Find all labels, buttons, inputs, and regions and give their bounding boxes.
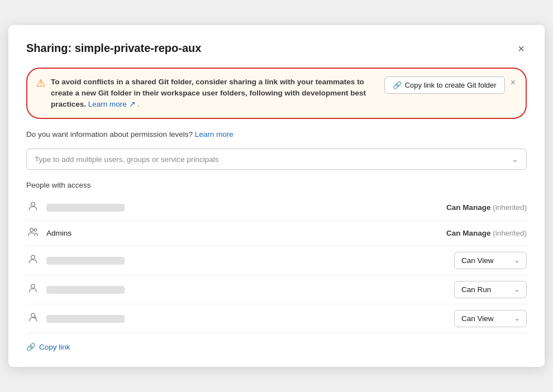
chevron-down-icon: ⌄ [514, 286, 519, 293]
footer: 🔗 Copy link [26, 342, 527, 351]
copy-git-folder-button[interactable]: 🔗 Copy link to create Git folder [384, 77, 505, 94]
people-list: Can Manage (inherited) Admins [26, 195, 527, 333]
warning-banner: ⚠ To avoid conflicts in a shared Git fol… [26, 68, 527, 119]
person-link-icon [26, 312, 40, 326]
permission-dropdown[interactable]: Can View ⌄ [454, 310, 527, 327]
modal-header: Sharing: simple-private-repo-aux × [26, 41, 527, 56]
warning-icon: ⚠ [36, 77, 45, 89]
svg-point-2 [34, 229, 36, 231]
warning-text: To avoid conflicts in a shared Git folde… [51, 77, 378, 111]
table-row: Can Manage (inherited) [26, 195, 527, 221]
people-section-label: People with access [26, 181, 527, 189]
permission-label: Can Manage (inherited) [446, 203, 527, 212]
copy-link-button[interactable]: 🔗 Copy link [26, 342, 70, 351]
person-icon [26, 254, 40, 267]
blurred-name [46, 286, 125, 294]
group-icon [26, 226, 40, 240]
svg-point-4 [31, 285, 35, 289]
chevron-down-icon: ⌄ [514, 257, 519, 264]
person-icon [26, 283, 40, 297]
permission-dropdown[interactable]: Can View ⌄ [454, 252, 527, 269]
dropdown-chevron-icon: ⌄ [512, 155, 518, 164]
svg-point-3 [31, 256, 35, 260]
permission-info: Do you want information about permission… [26, 130, 527, 138]
add-users-dropdown[interactable]: Type to add multiple users, groups or se… [26, 149, 527, 170]
warning-learn-more-link[interactable]: Learn more ↗ [88, 100, 138, 108]
svg-point-1 [30, 228, 34, 232]
link-icon: 🔗 [393, 81, 402, 89]
sharing-modal: Sharing: simple-private-repo-aux × ⚠ To … [8, 25, 545, 367]
modal-title: Sharing: simple-private-repo-aux [26, 42, 201, 55]
svg-point-5 [31, 314, 35, 318]
blurred-name [46, 257, 125, 265]
admins-name: Admins [46, 229, 71, 237]
table-row: Can View ⌄ [26, 304, 527, 333]
person-icon [26, 200, 40, 214]
permission-learn-more-link[interactable]: Learn more [195, 130, 233, 138]
table-row: Admins Can Manage (inherited) [26, 221, 527, 246]
modal-close-button[interactable]: × [516, 41, 527, 56]
search-placeholder: Type to add multiple users, groups or se… [35, 155, 218, 164]
banner-close-button[interactable]: × [509, 77, 517, 89]
warning-inner: ⚠ To avoid conflicts in a shared Git fol… [36, 77, 378, 111]
permission-label: Can Manage (inherited) [446, 229, 527, 237]
chevron-down-icon: ⌄ [514, 315, 519, 322]
table-row: Can View ⌄ [26, 246, 527, 275]
blurred-name [46, 315, 125, 323]
permission-dropdown[interactable]: Can Run ⌄ [454, 281, 527, 298]
svg-point-0 [31, 203, 35, 207]
warning-actions: 🔗 Copy link to create Git folder × [384, 77, 517, 94]
blurred-name [46, 204, 125, 212]
external-link-icon: ↗ [129, 100, 136, 108]
link-icon: 🔗 [26, 342, 36, 351]
table-row: Can Run ⌄ [26, 275, 527, 304]
